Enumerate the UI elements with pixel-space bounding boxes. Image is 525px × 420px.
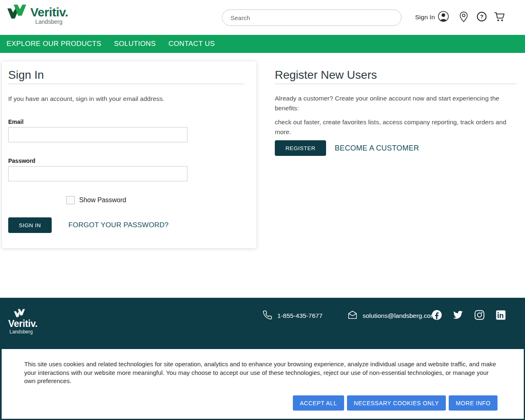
cookie-actions: ACCEPT ALL NECESSARY COOKIES ONLY MORE I… xyxy=(293,395,498,411)
cookie-message: This site uses cookies and related techn… xyxy=(24,360,498,386)
more-info-button[interactable]: MORE INFO xyxy=(449,395,498,411)
divider xyxy=(275,84,516,84)
footer-email-address: solutions@landsberg.com xyxy=(363,312,436,320)
show-password-toggle[interactable]: Show Password xyxy=(66,196,126,204)
cookie-banner: This site uses cookies and related techn… xyxy=(2,349,524,419)
sign-in-actions: SIGN IN FORGOT YOUR PASSWORD? xyxy=(8,217,169,233)
footer-email[interactable]: solutions@landsberg.com xyxy=(347,310,436,322)
search-input[interactable] xyxy=(222,9,402,26)
sign-in-button[interactable]: SIGN IN xyxy=(8,217,52,233)
nav-item-explore-products[interactable]: EXPLORE OUR PRODUCTS xyxy=(7,40,101,48)
register-intro: Already a customer? Create your online a… xyxy=(275,94,514,113)
password-field[interactable] xyxy=(8,166,187,181)
register-title: Register New Users xyxy=(275,68,377,82)
help-icon[interactable]: ? xyxy=(477,11,487,23)
forgot-password-link[interactable]: FORGOT YOUR PASSWORD? xyxy=(68,221,169,229)
brand-sublabel: Landsberg xyxy=(35,18,62,25)
linkedin-icon[interactable] xyxy=(495,310,506,322)
nav-item-solutions[interactable]: SOLUTIONS xyxy=(114,40,156,48)
phone-icon xyxy=(262,310,272,322)
header-sign-in[interactable]: Sign In xyxy=(415,11,449,24)
footer-brand-wordmark: Veritiv. xyxy=(8,318,37,329)
cart-icon[interactable] xyxy=(493,11,505,24)
store-locator-icon[interactable] xyxy=(459,11,468,24)
show-password-checkbox[interactable] xyxy=(66,196,75,204)
brand-wordmark: Veritiv. xyxy=(30,5,68,19)
email-field[interactable] xyxy=(8,127,187,142)
register-actions: REGISTER BECOME A CUSTOMER xyxy=(275,140,419,156)
divider xyxy=(8,84,244,84)
veritiv-logo-icon[interactable] xyxy=(7,4,30,24)
footer-brand-sublabel: Landsberg xyxy=(9,329,33,335)
sign-in-panel: Sign In If you have an account, sign in … xyxy=(2,62,256,248)
header: Veritiv. Landsberg Sign In ? xyxy=(0,0,525,35)
svg-text:?: ? xyxy=(480,14,483,20)
email-label: Email xyxy=(8,119,23,125)
main-nav: EXPLORE OUR PRODUCTS SOLUTIONS CONTACT U… xyxy=(0,35,525,53)
accept-all-button[interactable]: ACCEPT ALL xyxy=(293,395,344,411)
password-label: Password xyxy=(8,158,35,164)
twitter-icon[interactable] xyxy=(452,310,463,322)
mail-icon xyxy=(347,310,358,322)
footer-phone[interactable]: 1-855-435-7677 xyxy=(262,310,322,322)
become-customer-link[interactable]: BECOME A CUSTOMER xyxy=(335,144,419,153)
footer-phone-number: 1-855-435-7677 xyxy=(277,312,322,320)
register-benefits: check out faster, create favorites lists… xyxy=(275,117,517,137)
register-button[interactable]: REGISTER xyxy=(275,140,326,156)
nav-item-contact-us[interactable]: CONTACT US xyxy=(169,40,215,48)
account-icon xyxy=(438,11,449,24)
show-password-label: Show Password xyxy=(79,196,126,204)
sign-in-label: Sign In xyxy=(415,14,435,21)
instagram-icon[interactable] xyxy=(474,310,485,322)
facebook-icon[interactable] xyxy=(431,310,442,322)
necessary-cookies-only-button[interactable]: NECESSARY COOKIES ONLY xyxy=(347,395,446,411)
sign-in-description: If you have an account, sign in with you… xyxy=(8,95,164,103)
sign-in-title: Sign In xyxy=(8,68,44,82)
